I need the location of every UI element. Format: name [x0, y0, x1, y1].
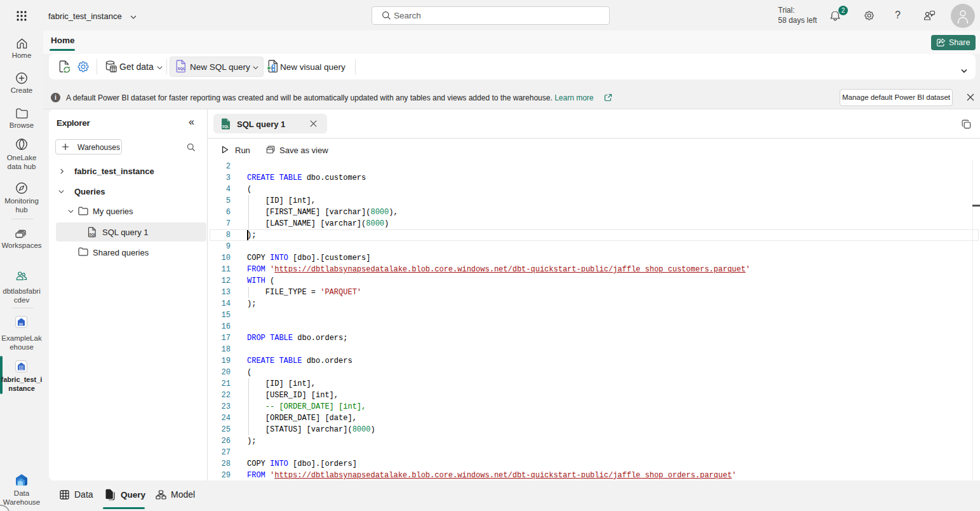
svg-text:SQL: SQL — [178, 67, 186, 71]
svg-text:SQL: SQL — [222, 125, 230, 128]
svg-text:SQL: SQL — [89, 233, 97, 236]
